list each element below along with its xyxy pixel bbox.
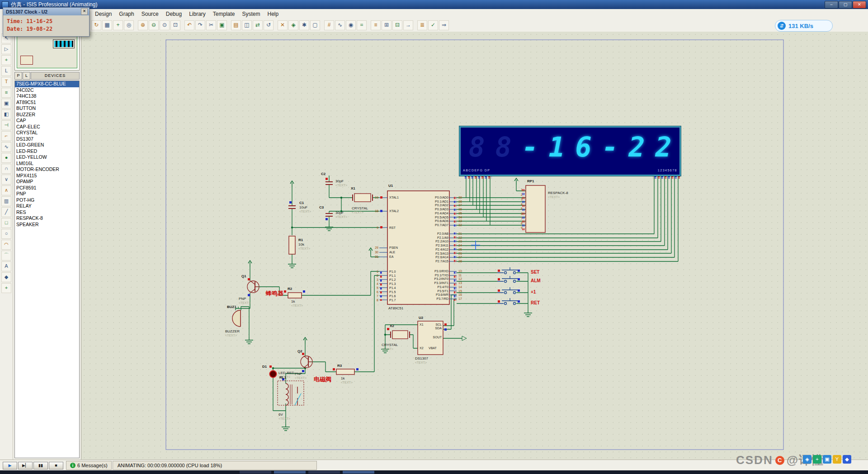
device-list-item[interactable]: OPAMP <box>15 179 79 185</box>
bom-icon[interactable]: ≣ <box>417 20 427 30</box>
rl1-relay[interactable] <box>278 381 304 405</box>
design-explorer-icon[interactable]: ≡ <box>371 20 381 30</box>
zoom-in-icon[interactable]: ⊕ <box>138 20 148 30</box>
device-list-item[interactable]: LED-YELLOW <box>15 154 79 161</box>
device-list[interactable]: 7SEG-MPX8-CC-BLUE24C02C74HC138AT89C51BUT… <box>14 81 80 458</box>
buses-mode-icon[interactable]: ≡ <box>1 88 11 98</box>
junction-dot-mode-icon[interactable]: + <box>1 55 11 65</box>
r2-resistor[interactable] <box>288 293 302 298</box>
packaging-tool-icon[interactable]: ▢ <box>310 20 320 30</box>
device-list-item[interactable]: BUTTON <box>15 105 79 112</box>
device-list-item[interactable]: RES <box>15 209 79 216</box>
taskbar-window-button[interactable] <box>274 471 306 474</box>
q1-pnp-transistor[interactable] <box>247 281 259 293</box>
taskbar-window-button[interactable] <box>343 471 374 474</box>
electrical-check-icon[interactable]: ✓ <box>428 20 438 30</box>
text-script-mode-icon[interactable]: T <box>1 77 11 87</box>
device-list-item[interactable]: RELAY <box>15 203 79 209</box>
copy-icon[interactable]: ▣ <box>217 20 227 30</box>
pick-device-icon[interactable]: ◈ <box>288 20 298 30</box>
wire-label-mode-icon[interactable]: L <box>1 66 11 76</box>
device-list-item[interactable]: POT-HG <box>15 197 79 204</box>
menu-item[interactable]: Source <box>138 10 162 18</box>
taskbar-window-button[interactable] <box>308 471 340 474</box>
rp1-respack[interactable] <box>526 185 545 232</box>
make-device-icon[interactable]: ✱ <box>299 20 309 30</box>
pause-button[interactable]: ▮▮ <box>33 462 48 469</box>
r3-resistor[interactable] <box>336 369 354 374</box>
netlist-to-ares-icon[interactable]: ⇒ <box>439 20 449 30</box>
taskbar[interactable] <box>0 470 868 474</box>
c3-capacitor[interactable] <box>326 213 333 216</box>
2d-box-mode-icon[interactable]: □ <box>1 218 11 228</box>
block-copy-icon[interactable]: ◫ <box>242 20 252 30</box>
popup-titlebar[interactable]: DS1307 Clock - U2 ✕ <box>3 8 89 15</box>
virtual-instruments-mode-icon[interactable]: ▥ <box>1 196 11 206</box>
zoom-area-icon[interactable]: ⊡ <box>170 20 180 30</box>
menu-item[interactable]: Debug <box>162 10 185 18</box>
q2-pnp-transistor[interactable] <box>301 356 312 368</box>
step-button[interactable]: ▶▏ <box>18 462 33 469</box>
device-pins-mode-icon[interactable]: ⌐ <box>1 131 11 141</box>
device-list-item[interactable]: 24C02C <box>15 87 79 94</box>
intersheet-terminal-mode-icon[interactable]: ⊣ <box>1 120 11 130</box>
push-buttons[interactable] <box>497 267 518 305</box>
device-list-item[interactable]: BUZZER <box>15 112 79 118</box>
device-list-item[interactable]: RESPACK-8 <box>15 215 79 222</box>
2d-symbol-mode-icon[interactable]: ◆ <box>1 272 11 282</box>
schematic-canvas[interactable]: 88-16-22 ABCDEFG DP 12345678 U1 AT89C51 … <box>81 32 868 460</box>
wire-autorouter-icon[interactable]: ∿ <box>335 20 345 30</box>
device-list-item[interactable]: CAP <box>15 118 79 124</box>
device-list-item[interactable]: MPX4115 <box>15 173 79 179</box>
goto-sheet-icon[interactable]: → <box>403 20 413 30</box>
device-list-item[interactable]: LED-GREEN <box>15 142 79 148</box>
tray-icon-3[interactable]: ▣ <box>823 455 831 464</box>
c1-capacitor[interactable] <box>288 206 296 209</box>
d1-led[interactable] <box>270 371 277 378</box>
zoom-out-icon[interactable]: ⊖ <box>149 20 159 30</box>
stop-button[interactable]: ■ <box>49 462 63 469</box>
pick-parts-button[interactable]: P <box>14 72 22 80</box>
2d-marker-mode-icon[interactable]: + <box>1 283 11 293</box>
search-tag-icon[interactable]: ◉ <box>346 20 356 30</box>
message-panel[interactable]: i 6 Message(s) <box>66 461 112 470</box>
paste-icon[interactable]: ▤ <box>231 20 241 30</box>
instant-edit-mode-icon[interactable]: ◧ <box>1 109 11 119</box>
play-button[interactable]: ▶ <box>3 462 17 469</box>
window-titlebar[interactable]: 仿真 - ISIS Professional (Animating) –▢✕ <box>0 0 868 9</box>
device-list-item[interactable]: 7SEG-MPX8-CC-BLUE <box>15 81 79 87</box>
grid-toggle-icon[interactable]: ▦ <box>102 20 112 30</box>
minimize-button[interactable]: – <box>825 1 838 9</box>
subcircuit-mode-icon[interactable]: ▣ <box>1 99 11 109</box>
library-button[interactable]: L <box>23 72 30 80</box>
pan-icon[interactable]: ◎ <box>124 20 134 30</box>
zoom-all-icon[interactable]: ⊙ <box>160 20 170 30</box>
device-list-item[interactable]: PNP <box>15 191 79 197</box>
false-origin-icon[interactable]: + <box>113 20 123 30</box>
tray-icon-2[interactable]: + <box>813 455 821 464</box>
menu-item[interactable]: Help <box>264 10 283 18</box>
decompose-icon[interactable]: # <box>324 20 334 30</box>
tray-icon-4[interactable]: Y <box>833 455 841 464</box>
device-list-item[interactable]: LED-RED <box>15 148 79 155</box>
seven-seg-display[interactable]: 88-16-22 ABCDEFG DP 12345678 <box>459 126 681 176</box>
x2-crystal[interactable] <box>391 331 410 339</box>
2d-circle-mode-icon[interactable]: ○ <box>1 229 11 239</box>
menu-item[interactable]: Design <box>91 10 115 18</box>
new-sheet-icon[interactable]: ⊞ <box>382 20 392 30</box>
device-list-item[interactable]: CAP-ELEC <box>15 124 79 130</box>
remove-sheet-icon[interactable]: ⊟ <box>392 20 402 30</box>
menu-item[interactable]: System <box>239 10 264 18</box>
cut-icon[interactable]: ✂ <box>206 20 216 30</box>
popup-close-icon[interactable]: ✕ <box>81 8 88 15</box>
block-rotate-icon[interactable]: ↺ <box>264 20 274 30</box>
property-assignment-icon[interactable]: = <box>357 20 367 30</box>
tray-icon-1[interactable]: ◈ <box>803 455 811 464</box>
schematic-preview[interactable] <box>14 33 80 71</box>
graph-mode-icon[interactable]: ∿ <box>1 142 11 152</box>
ds1307-clock-popup[interactable]: DS1307 Clock - U2 ✕ Time: 11-16-25 Date:… <box>3 7 90 37</box>
maximize-button[interactable]: ▢ <box>839 1 852 9</box>
device-list-item[interactable]: MOTOR-ENCODER <box>15 166 79 173</box>
2d-arc-mode-icon[interactable]: ◠ <box>1 240 11 250</box>
device-list-item[interactable]: SPEAKER <box>15 222 79 228</box>
